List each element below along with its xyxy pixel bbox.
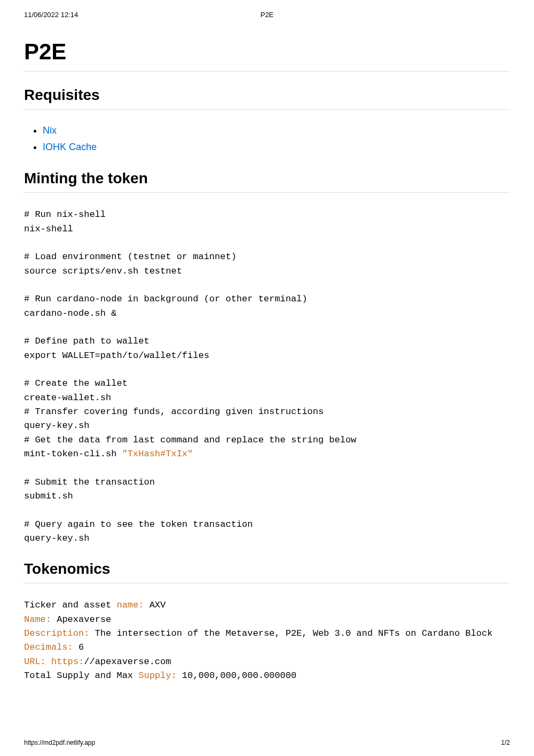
nix-link[interactable]: Nix [43, 125, 57, 136]
list-item: IOHK Cache [43, 139, 510, 155]
code-line: nix-shell [24, 224, 73, 234]
tokenomics-code-block: Ticker and asset name: AXV Name: Apexave… [24, 598, 510, 683]
code-line: query-key.sh [24, 420, 89, 431]
code-line: mint-token-cli.sh [24, 449, 122, 459]
minting-heading: Minting the token [24, 170, 510, 193]
code-comment: # Get the data from last command and rep… [24, 435, 356, 445]
code-key: Description: [24, 628, 89, 638]
list-item: Nix [43, 122, 510, 139]
page-footer: https://md2pdf.netlify.app 1/2 [24, 739, 510, 746]
code-comment: # Run cardano-node in background (or oth… [24, 294, 308, 304]
code-line: query-key.sh [24, 533, 89, 543]
code-line: export WALLET=path/to/wallet/files [24, 350, 209, 361]
iohk-cache-link[interactable]: IOHK Cache [43, 142, 97, 152]
requisites-list: Nix IOHK Cache [24, 122, 510, 155]
page-title: P2E [24, 39, 510, 72]
code-value: Apexaverse [51, 614, 111, 625]
page-header: 11/06/2022 12:14 P2E [0, 0, 534, 19]
code-comment: # Run nix-shell [24, 209, 106, 220]
code-key: Supply: [138, 671, 176, 681]
code-comment: # Define path to wallet [24, 336, 150, 346]
code-comment: # Create the wallet [24, 378, 128, 388]
code-comment: # Submit the transaction [24, 477, 155, 487]
code-text: Ticker and asset [24, 600, 116, 610]
code-value: //apexaverse.com [84, 657, 171, 667]
code-key: URL: [24, 657, 46, 667]
code-key: Name: [24, 614, 51, 625]
code-key: Decimals: [24, 642, 73, 652]
code-value: 10,000,000,000.000000 [177, 671, 296, 681]
code-value: AXV [144, 600, 166, 610]
code-key: name: [116, 600, 144, 610]
tokenomics-heading: Tokenomics [24, 560, 510, 583]
header-title: P2E [261, 11, 274, 19]
code-key: https: [46, 657, 84, 667]
code-string: "TxHash#TxIx" [122, 449, 193, 459]
code-value: 6 [73, 642, 84, 652]
code-text: Total Supply and Max [24, 671, 138, 681]
code-value: The intersection of the Metaverse, P2E, … [89, 628, 492, 638]
code-line: source scripts/env.sh testnet [24, 266, 182, 276]
code-comment: # Load environment (testnet or mainnet) [24, 252, 237, 262]
minting-code-block: # Run nix-shell nix-shell # Load environ… [24, 208, 510, 545]
header-timestamp: 11/06/2022 12:14 [24, 11, 78, 19]
code-comment: # Query again to see the token transacti… [24, 519, 253, 529]
code-line: cardano-node.sh & [24, 308, 116, 318]
requisites-heading: Requisites [24, 87, 510, 110]
document-content: P2E Requisites Nix IOHK Cache Minting th… [0, 39, 534, 683]
code-comment: # Transfer covering funds, according giv… [24, 407, 324, 417]
footer-page-number: 1/2 [501, 739, 510, 746]
footer-url: https://md2pdf.netlify.app [24, 739, 95, 746]
code-line: create-wallet.sh [24, 393, 111, 403]
code-line: submit.sh [24, 491, 73, 501]
